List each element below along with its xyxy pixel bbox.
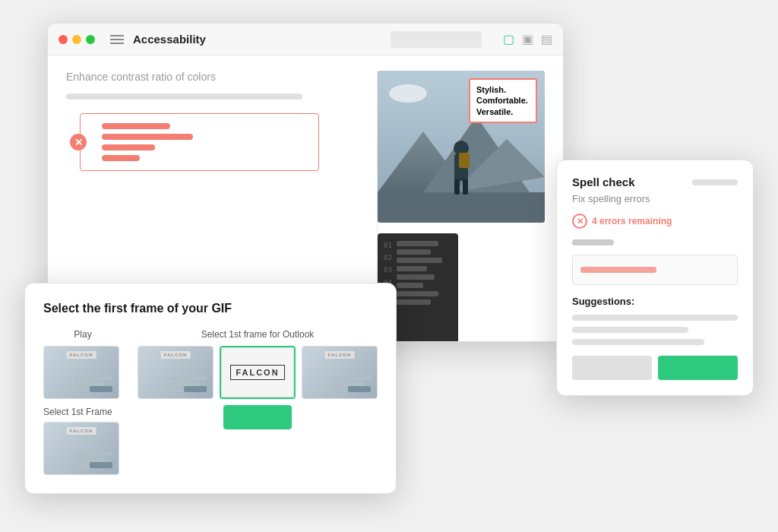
falcon-logo-text: FALCON <box>230 365 284 380</box>
spell-errors-badge: ✕ 4 errors remaining <box>572 214 738 229</box>
traffic-lights <box>59 35 95 44</box>
frame-bar <box>169 376 207 380</box>
svg-rect-10 <box>459 153 470 168</box>
frame-button-bar-3 <box>184 386 207 392</box>
right-panel: Stylish. Comfortable. Versatile. 0102030… <box>378 71 545 342</box>
spell-apply-button[interactable] <box>658 356 738 380</box>
menu-icon[interactable] <box>110 35 124 44</box>
errors-count-text: 4 errors remaining <box>592 216 672 226</box>
suggestion-bar-2 <box>572 327 688 333</box>
falcon-text-frame: FALCON <box>221 347 294 397</box>
outlook-frame-1[interactable]: FALCON <box>138 346 213 399</box>
frame-button-bar-2 <box>90 462 112 468</box>
accessibility-subtitle: Enhance contrast ratio of colors <box>66 71 362 83</box>
gif-selector-panel: Select the first frame of your GIF Play … <box>24 283 397 494</box>
device-switcher: ▢ ▣ ▤ <box>503 32 552 46</box>
spell-check-panel: Spell check Fix spelling errors ✕ 4 erro… <box>556 160 754 396</box>
minimize-button[interactable] <box>72 35 81 44</box>
stylish-line1: Stylish. <box>476 84 530 95</box>
select-1st-frame-label: Select 1st Frame <box>43 407 122 417</box>
outlook-frames-top: FALCON FALCON <box>138 346 378 399</box>
outlook-frame-3[interactable]: FALCON <box>302 346 378 399</box>
contrast-bar <box>66 93 302 100</box>
close-button[interactable] <box>59 35 68 44</box>
play-frame[interactable]: FALCON <box>43 346 119 399</box>
gif-outlook-section: Select 1st frame for Outlook FALCON <box>138 329 378 475</box>
spell-panel-header: Spell check <box>572 176 738 188</box>
stylish-line3: Versatile. <box>476 106 530 117</box>
code-bar <box>397 266 427 271</box>
demo-bar-4 <box>102 155 140 161</box>
app-title: Accessability <box>133 33 206 46</box>
spell-panel-title: Spell check <box>572 176 635 188</box>
code-bar <box>397 249 431 255</box>
suggestion-bar-3 <box>572 339 704 345</box>
svg-point-1 <box>389 84 427 103</box>
code-bar <box>397 291 438 296</box>
code-bar <box>397 258 442 263</box>
outlook-frame-2[interactable]: FALCON <box>220 346 296 399</box>
svg-rect-11 <box>454 179 460 195</box>
error-circle-icon: ✕ <box>572 214 587 229</box>
suggestions-title: Suggestions: <box>572 296 738 307</box>
frame-logo-4: FALCON <box>325 351 355 359</box>
svg-rect-7 <box>378 192 545 223</box>
stylish-badge: Stylish. Comfortable. Versatile. <box>469 78 537 123</box>
outlook-frames-bottom <box>138 405 378 429</box>
code-content <box>397 239 452 338</box>
contrast-demo-box: ✕ <box>80 113 319 171</box>
spell-panel-subtitle: Fix spelling errors <box>572 193 738 204</box>
select-1st-frame[interactable]: FALCON <box>43 422 119 475</box>
stylish-line2: Comfortable. <box>476 95 530 106</box>
play-label: Play <box>43 329 122 340</box>
gif-sections: Play FALCON Select 1st Frame <box>43 329 378 475</box>
frame-bar <box>74 376 112 380</box>
spell-cancel-button[interactable] <box>572 356 652 380</box>
frame-logo: FALCON <box>67 351 96 359</box>
spell-input-box[interactable] <box>572 255 738 285</box>
tablet-icon[interactable]: ▣ <box>522 32 533 46</box>
gif-confirm-button[interactable] <box>223 405 292 429</box>
contrast-error-icon: ✕ <box>70 134 87 150</box>
outlook-frame-3-inner: FALCON <box>302 347 377 398</box>
code-bar <box>397 299 431 305</box>
frame-logo-2: FALCON <box>67 427 96 435</box>
spell-actions <box>572 356 738 380</box>
gif-panel-title: Select the first frame of your GIF <box>43 302 378 315</box>
frame-button-bar <box>90 386 112 392</box>
demo-bar-1 <box>102 123 170 129</box>
frame-button-bar-4 <box>348 386 371 392</box>
mobile-icon[interactable]: ▤ <box>541 32 552 46</box>
browser-nav: Accessability ▢ ▣ ▤ <box>110 31 552 48</box>
frame-bar <box>333 376 371 380</box>
spell-word-indicator <box>572 239 614 245</box>
frame-inner: FALCON <box>44 423 119 474</box>
spell-input-fill <box>580 267 656 273</box>
maximize-button[interactable] <box>86 35 95 44</box>
outlook-frame-1-inner: FALCON <box>138 347 213 398</box>
gif-play-section: Play FALCON Select 1st Frame <box>43 329 122 475</box>
code-bar <box>397 274 435 280</box>
address-bar[interactable] <box>391 31 482 48</box>
demo-bars <box>102 123 306 161</box>
svg-rect-12 <box>463 179 468 195</box>
outlook-label: Select 1st frame for Outlook <box>138 329 378 340</box>
play-frame-inner: FALCON <box>44 347 119 398</box>
spell-panel-decorative-bar <box>692 179 738 185</box>
frame-bar <box>74 452 112 456</box>
desktop-icon[interactable]: ▢ <box>503 32 514 46</box>
code-bar <box>397 283 423 288</box>
hero-image: Stylish. Comfortable. Versatile. <box>378 71 545 223</box>
demo-bar-2 <box>102 134 193 140</box>
frame-logo-3: FALCON <box>161 351 191 359</box>
suggestion-bar-1 <box>572 315 738 321</box>
code-bar <box>397 241 438 246</box>
browser-titlebar: Accessability ▢ ▣ ▤ <box>48 24 563 55</box>
demo-bar-3 <box>102 144 155 150</box>
